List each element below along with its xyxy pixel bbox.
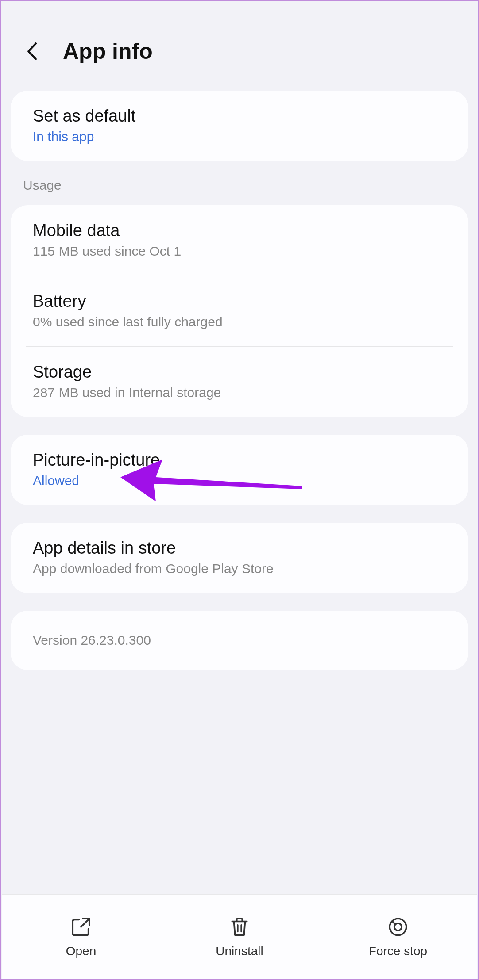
back-button[interactable] bbox=[23, 42, 41, 60]
open-icon bbox=[70, 916, 92, 938]
store-subtitle: App downloaded from Google Play Store bbox=[33, 561, 446, 576]
storage-subtitle: 287 MB used in Internal storage bbox=[33, 385, 446, 400]
set-default-title: Set as default bbox=[33, 107, 446, 126]
storage-row[interactable]: Storage 287 MB used in Internal storage bbox=[11, 347, 468, 417]
page-title: App info bbox=[63, 38, 153, 64]
pip-row[interactable]: Picture-in-picture Allowed bbox=[11, 435, 468, 505]
pip-title: Picture-in-picture bbox=[33, 451, 446, 470]
store-row[interactable]: App details in store App downloaded from… bbox=[11, 523, 468, 593]
battery-title: Battery bbox=[33, 292, 446, 311]
store-card: App details in store App downloaded from… bbox=[11, 523, 468, 593]
force-stop-icon bbox=[387, 916, 409, 938]
bottom-bar: Open Uninstall Force stop bbox=[2, 894, 477, 979]
storage-title: Storage bbox=[33, 363, 446, 382]
usage-card: Mobile data 115 MB used since Oct 1 Batt… bbox=[11, 205, 468, 417]
svg-point-1 bbox=[394, 923, 402, 930]
pip-subtitle: Allowed bbox=[33, 473, 446, 488]
store-title: App details in store bbox=[33, 539, 446, 558]
mobile-data-subtitle: 115 MB used since Oct 1 bbox=[33, 244, 446, 259]
trash-icon bbox=[228, 916, 251, 938]
version-card: Version 26.23.0.300 bbox=[11, 611, 468, 670]
force-stop-label: Force stop bbox=[369, 944, 427, 958]
mobile-data-row[interactable]: Mobile data 115 MB used since Oct 1 bbox=[11, 205, 468, 276]
chevron-left-icon bbox=[26, 42, 38, 61]
battery-subtitle: 0% used since last fully charged bbox=[33, 314, 446, 329]
svg-line-2 bbox=[392, 921, 395, 924]
battery-row[interactable]: Battery 0% used since last fully charged bbox=[11, 276, 468, 346]
uninstall-button[interactable]: Uninstall bbox=[160, 916, 319, 958]
set-default-card: Set as default In this app bbox=[11, 91, 468, 161]
mobile-data-title: Mobile data bbox=[33, 221, 446, 240]
set-default-subtitle: In this app bbox=[33, 129, 446, 144]
pip-card: Picture-in-picture Allowed bbox=[11, 435, 468, 505]
uninstall-label: Uninstall bbox=[216, 944, 263, 958]
force-stop-button[interactable]: Force stop bbox=[319, 916, 477, 958]
open-button[interactable]: Open bbox=[2, 916, 160, 958]
version-text: Version 26.23.0.300 bbox=[33, 633, 446, 648]
open-label: Open bbox=[66, 944, 97, 958]
header: App info bbox=[1, 1, 478, 91]
usage-header: Usage bbox=[1, 161, 478, 205]
set-default-row[interactable]: Set as default In this app bbox=[11, 91, 468, 161]
